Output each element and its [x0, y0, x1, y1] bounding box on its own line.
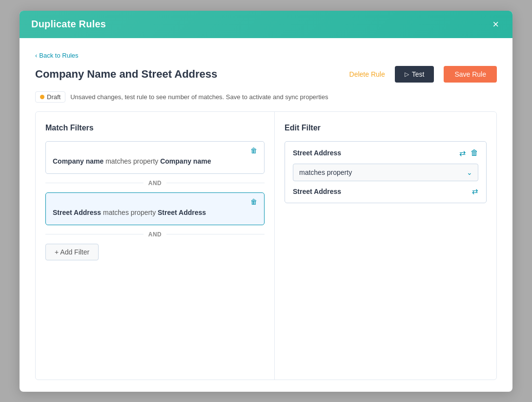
filter-card-2-top: 🗑	[53, 198, 257, 206]
filter-card-1-text: Company name matches property Company na…	[53, 156, 257, 167]
filter-card-1-top: 🗑	[53, 147, 257, 154]
edit-filter-field-label: Street Address	[293, 149, 341, 157]
edit-filter-icons: ⇄ 🗑	[459, 148, 478, 158]
filter-card-2[interactable]: 🗑 Street Address matches property Street…	[45, 192, 265, 225]
add-filter-button[interactable]: + Add Filter	[45, 244, 99, 260]
test-button-label: Test	[412, 70, 425, 78]
filter-2-delete-button[interactable]: 🗑	[250, 198, 257, 206]
modal-close-button[interactable]: ×	[491, 17, 501, 32]
right-panel-scroll[interactable]: Edit Filter Street Address ⇄	[275, 112, 496, 380]
edit-filter-title: Edit Filter	[285, 124, 487, 132]
and-label-2: AND	[148, 231, 162, 238]
and-label-1: AND	[148, 180, 162, 187]
swap-field-button[interactable]: ⇄	[459, 148, 466, 158]
panels-container: Match Filters 🗑 Company name matches pro…	[35, 111, 497, 380]
draft-bar: Draft Unsaved changes, test rule to see …	[35, 91, 497, 103]
rule-title: Company Name and Street Address	[35, 68, 340, 81]
modal-header: Duplicate Rules ×	[20, 11, 512, 38]
filter-2-middle: matches property	[101, 209, 158, 216]
play-icon: ▷	[405, 71, 409, 78]
filter-card-2-text: Street Address matches property Street A…	[53, 208, 257, 218]
right-panel: Edit Filter Street Address ⇄	[275, 112, 496, 380]
back-link-label: Back to Rules	[39, 52, 78, 59]
swap-target-icon: ⇄	[472, 187, 478, 196]
draft-message: Unsaved changes, test rule to see number…	[70, 93, 328, 101]
and-divider-2: AND	[45, 231, 265, 238]
matches-property-select[interactable]: matches property	[293, 164, 478, 181]
edit-filter-target-row: Street Address ⇄	[293, 187, 478, 196]
modal-title: Duplicate Rules	[31, 19, 106, 30]
draft-badge: Draft	[35, 91, 65, 103]
close-icon: ×	[492, 19, 499, 30]
left-panel: Match Filters 🗑 Company name matches pro…	[36, 112, 275, 380]
filter-1-middle: matches property	[103, 157, 160, 165]
filter-1-left-bold: Company name	[53, 157, 103, 165]
swap-target-button[interactable]: ⇄	[472, 187, 478, 196]
modal: Duplicate Rules × ‹ Back to Rules Compan…	[20, 11, 512, 392]
draft-dot-icon	[40, 95, 44, 99]
match-filters-title: Match Filters	[45, 124, 265, 132]
rule-header: Company Name and Street Address Delete R…	[35, 66, 497, 83]
delete-rule-button[interactable]: Delete Rule	[349, 70, 385, 78]
filter-2-left-bold: Street Address	[53, 209, 101, 216]
delete-filter-button[interactable]: 🗑	[471, 148, 478, 157]
back-to-rules-link[interactable]: ‹ Back to Rules	[35, 52, 79, 59]
left-panel-scroll[interactable]: Match Filters 🗑 Company name matches pro…	[36, 112, 274, 380]
trash-icon: 🗑	[471, 148, 478, 157]
modal-body: ‹ Back to Rules Company Name and Street …	[20, 38, 512, 392]
and-divider-1: AND	[45, 180, 265, 187]
edit-filter-field-row: Street Address ⇄ 🗑	[293, 148, 478, 158]
filter-1-right-bold: Company name	[160, 157, 211, 165]
filter-1-delete-button[interactable]: 🗑	[250, 147, 257, 154]
matches-select-wrapper[interactable]: matches property ⌄	[293, 164, 478, 181]
edit-filter-target-label: Street Address	[293, 188, 341, 195]
edit-filter-card: Street Address ⇄ 🗑	[285, 141, 487, 203]
save-rule-button[interactable]: Save Rule	[444, 66, 497, 83]
filter-card-1[interactable]: 🗑 Company name matches property Company …	[45, 141, 265, 174]
back-arrow-icon: ‹	[35, 52, 37, 59]
test-button[interactable]: ▷ Test	[395, 66, 434, 83]
swap-icon-1: ⇄	[459, 148, 466, 158]
modal-overlay: Duplicate Rules × ‹ Back to Rules Compan…	[0, 0, 532, 402]
draft-badge-label: Draft	[47, 93, 61, 101]
filter-2-right-bold: Street Address	[158, 209, 206, 216]
